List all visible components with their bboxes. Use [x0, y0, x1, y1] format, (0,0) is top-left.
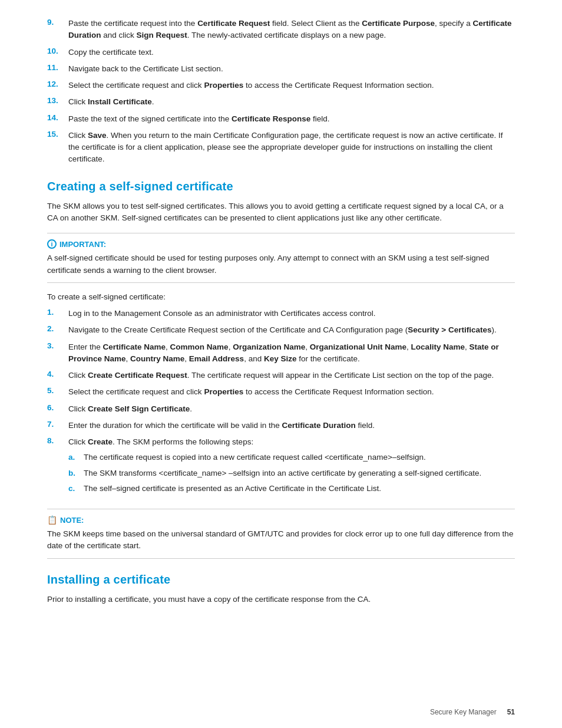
important-box: i IMPORTANT: A self-signed certificate s… — [47, 233, 515, 283]
sub-step-text: The self–signed certificate is presented… — [84, 483, 515, 495]
list-item: 2.Navigate to the Create Certificate Req… — [47, 324, 515, 336]
list-item: 10.Copy the certificate text. — [47, 47, 515, 58]
step-number: 3. — [47, 341, 68, 350]
list-item: 15.Click Save. When you return to the ma… — [47, 130, 515, 166]
step-text: Copy the certificate text. — [68, 47, 515, 58]
self-signed-intro: The SKM allows you to test self-signed c… — [47, 200, 515, 225]
step-text: Select the certificate request and click… — [68, 80, 515, 91]
step-number: 10. — [47, 47, 68, 55]
page: 9.Paste the certificate request into the… — [0, 0, 562, 728]
step-number: 12. — [47, 80, 68, 88]
sub-step-label: c. — [68, 483, 84, 495]
to-create-para: To create a self-signed certificate: — [47, 291, 515, 303]
list-item: c.The self–signed certificate is present… — [68, 483, 515, 495]
step-number: 15. — [47, 130, 68, 139]
step-text: Navigate back to the Certificate List se… — [68, 63, 515, 75]
list-item: 12.Select the certificate request and cl… — [47, 80, 515, 91]
section-heading-self-signed: Creating a self-signed certificate — [47, 180, 515, 193]
step-text: Navigate to the Create Certificate Reque… — [68, 324, 515, 336]
sub-step-label: a. — [68, 452, 84, 463]
step-text: Enter the Certificate Name, Common Name,… — [68, 341, 515, 365]
footer-product: Secure Key Manager — [430, 708, 497, 716]
step-text: Click Create Certificate Request. The ce… — [68, 370, 515, 381]
step-number: 13. — [47, 96, 68, 105]
list-item: 11.Navigate back to the Certificate List… — [47, 63, 515, 75]
important-label-text: IMPORTANT: — [59, 240, 106, 249]
list-item: 6.Click Create Self Sign Certificate. — [47, 403, 515, 415]
step-text: Click Save. When you return to the main … — [68, 130, 515, 166]
self-signed-steps-list: 1.Log in to the Management Console as an… — [47, 308, 515, 498]
step-number: 1. — [47, 308, 68, 317]
note-box: 📋 NOTE: The SKM keeps time based on the … — [47, 509, 515, 559]
step-text: Select the certificate request and click… — [68, 386, 515, 398]
step-text: Click Create Self Sign Certificate. — [68, 403, 515, 415]
list-item: 13.Click Install Certificate. — [47, 96, 515, 108]
step-text: Click Create. The SKM performs the follo… — [68, 436, 515, 498]
step-text: Click Install Certificate. — [68, 96, 515, 108]
footer-page-number: 51 — [507, 708, 515, 716]
list-item: 3.Enter the Certificate Name, Common Nam… — [47, 341, 515, 365]
step-number: 4. — [47, 370, 68, 378]
step-text: Paste the text of the signed certificate… — [68, 113, 515, 125]
installing-intro: Prior to installing a certificate, you m… — [47, 594, 515, 606]
list-item: 7.Enter the duration for which the certi… — [47, 420, 515, 431]
list-item: a.The certificate request is copied into… — [68, 452, 515, 463]
list-item: 8.Click Create. The SKM performs the fol… — [47, 436, 515, 498]
list-item: 5.Select the certificate request and cli… — [47, 386, 515, 398]
list-item: 14.Paste the text of the signed certific… — [47, 113, 515, 125]
step-text: Paste the certificate request into the C… — [68, 18, 515, 42]
note-icon: 📋 — [47, 515, 57, 525]
important-icon: i — [47, 239, 57, 249]
step-number: 11. — [47, 63, 68, 72]
footer: Secure Key Manager 51 — [430, 708, 515, 716]
step-number: 14. — [47, 113, 68, 122]
step-text: Enter the duration for which the certifi… — [68, 420, 515, 431]
sub-step-text: The SKM transforms <certificate_name> –s… — [84, 467, 515, 479]
step-number: 6. — [47, 403, 68, 412]
sub-step-label: b. — [68, 467, 84, 479]
list-item: 9.Paste the certificate request into the… — [47, 18, 515, 42]
note-label-text: NOTE: — [60, 516, 84, 525]
step-number: 2. — [47, 324, 68, 333]
step-number: 8. — [47, 436, 68, 445]
step-text: Log in to the Management Console as an a… — [68, 308, 515, 319]
list-item: b.The SKM transforms <certificate_name> … — [68, 467, 515, 479]
step-number: 7. — [47, 420, 68, 429]
sub-step-text: The certificate request is copied into a… — [84, 452, 515, 463]
important-text: A self-signed certificate should be used… — [47, 252, 515, 276]
sub-steps-list: a.The certificate request is copied into… — [68, 452, 515, 495]
top-steps-list: 9.Paste the certificate request into the… — [47, 18, 515, 166]
step-number: 5. — [47, 386, 68, 395]
list-item: 1.Log in to the Management Console as an… — [47, 308, 515, 319]
note-label: 📋 NOTE: — [47, 515, 515, 525]
note-text: The SKM keeps time based on the universa… — [47, 528, 515, 552]
list-item: 4.Click Create Certificate Request. The … — [47, 370, 515, 381]
important-label: i IMPORTANT: — [47, 239, 515, 249]
step-number: 9. — [47, 18, 68, 27]
section-heading-installing: Installing a certificate — [47, 573, 515, 587]
